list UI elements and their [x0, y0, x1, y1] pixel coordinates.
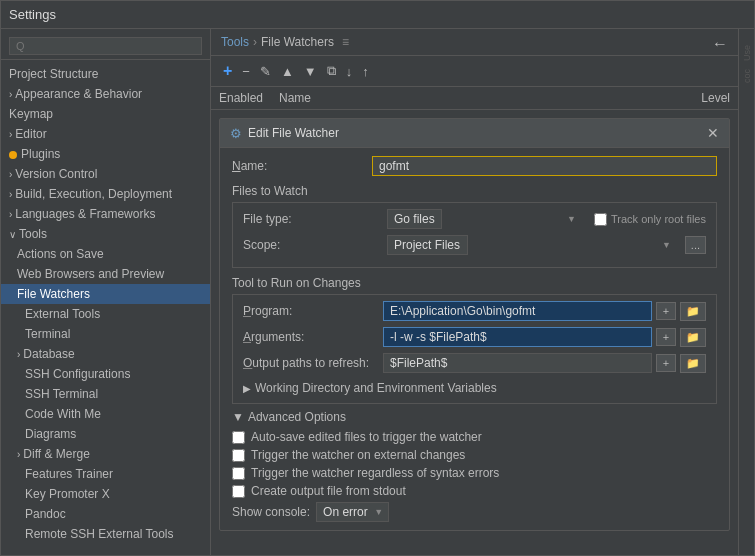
sidebar-item-editor[interactable]: ›Editor: [1, 124, 210, 144]
arguments-label: Arguments:: [243, 330, 383, 344]
syntax-errors-label: Trigger the watcher regardless of syntax…: [251, 466, 499, 480]
file-type-row: File type: Go files Track only root file…: [243, 209, 706, 229]
sidebar-item-ssh-terminal[interactable]: SSH Terminal: [1, 384, 210, 404]
working-dir-arrow: ▶: [243, 383, 251, 394]
sidebar-item-features-trainer[interactable]: Features Trainer: [1, 464, 210, 484]
import-button[interactable]: ↓: [342, 62, 357, 81]
checkbox-row-3: Trigger the watcher regardless of syntax…: [232, 466, 717, 480]
sidebar-item-database[interactable]: ›Database: [1, 344, 210, 364]
scope-select[interactable]: Project Files: [387, 235, 468, 255]
back-button[interactable]: ←: [712, 35, 728, 53]
sidebar-item-diagrams[interactable]: Diagrams: [1, 424, 210, 444]
arguments-input[interactable]: [383, 327, 652, 347]
sidebar-item-appearance[interactable]: ›Appearance & Behavior: [1, 84, 210, 104]
col-header-name: Name: [279, 91, 650, 105]
scope-dots-button[interactable]: ...: [685, 236, 706, 254]
sidebar-item-diff-merge[interactable]: ›Diff & Merge: [1, 444, 210, 464]
dialog-title-bar: ⚙ Edit File Watcher ✕: [220, 119, 729, 148]
track-only-container: Track only root files: [594, 213, 706, 226]
sidebar-item-languages[interactable]: ›Languages & Frameworks: [1, 204, 210, 224]
name-row: Name:: [232, 156, 717, 176]
edit-button[interactable]: ✎: [256, 62, 275, 81]
tool-section-title: Tool to Run on Changes: [232, 276, 717, 290]
program-add-button[interactable]: +: [656, 302, 676, 320]
create-output-label: Create output file from stdout: [251, 484, 406, 498]
console-select[interactable]: On error Always Never: [316, 502, 389, 522]
add-button[interactable]: +: [219, 60, 236, 82]
files-to-watch-section: File type: Go files Track only root file…: [232, 202, 717, 268]
breadcrumb-icon: ≡: [342, 35, 349, 49]
breadcrumb: Tools › File Watchers ≡ ←: [211, 29, 738, 56]
sidebar: Project Structure ›Appearance & Behavior…: [1, 29, 211, 555]
down-button[interactable]: ▼: [300, 62, 321, 81]
sidebar-item-actions-on-save[interactable]: Actions on Save: [1, 244, 210, 264]
export-button[interactable]: ↑: [358, 62, 373, 81]
console-select-wrapper: On error Always Never: [316, 502, 389, 522]
sidebar-item-ssh-configurations[interactable]: SSH Configurations: [1, 364, 210, 384]
arguments-folder-button[interactable]: 📁: [680, 328, 706, 347]
window-title: Settings: [9, 7, 56, 22]
scope-select-wrapper: Project Files: [387, 235, 677, 255]
breadcrumb-separator: ›: [253, 35, 257, 49]
checkbox-row-4: Create output file from stdout: [232, 484, 717, 498]
advanced-label: Advanced Options: [248, 410, 346, 424]
output-label: Output paths to refresh:: [243, 356, 383, 370]
col-header-enabled: Enabled: [219, 91, 279, 105]
sidebar-item-web-browsers[interactable]: Web Browsers and Preview: [1, 264, 210, 284]
program-input-group: + 📁: [383, 301, 706, 321]
sidebar-item-version-control[interactable]: ›Version Control: [1, 164, 210, 184]
file-type-select[interactable]: Go files: [387, 209, 442, 229]
edit-file-watcher-dialog: ⚙ Edit File Watcher ✕ Name: Files to Wat…: [219, 118, 730, 531]
scope-row: Scope: Project Files ...: [243, 235, 706, 255]
sidebar-item-code-with-me[interactable]: Code With Me: [1, 404, 210, 424]
syntax-errors-checkbox[interactable]: [232, 467, 245, 480]
sidebar-item-keymap[interactable]: Keymap: [1, 104, 210, 124]
sidebar-item-external-tools[interactable]: External Tools: [1, 304, 210, 324]
up-button[interactable]: ▲: [277, 62, 298, 81]
autosave-label: Auto-save edited files to trigger the wa…: [251, 430, 482, 444]
track-only-checkbox[interactable]: [594, 213, 607, 226]
copy-button[interactable]: ⧉: [323, 61, 340, 81]
sidebar-item-file-watchers[interactable]: File Watchers: [1, 284, 210, 304]
advanced-section: ▼ Advanced Options Auto-save edited file…: [232, 410, 717, 522]
program-folder-button[interactable]: 📁: [680, 302, 706, 321]
dialog-close-button[interactable]: ✕: [707, 125, 719, 141]
right-edge-text2: coc: [742, 69, 752, 83]
program-row: Program: + 📁: [243, 301, 706, 321]
checkbox-row-1: Auto-save edited files to trigger the wa…: [232, 430, 717, 444]
sidebar-item-build-execution[interactable]: ›Build, Execution, Deployment: [1, 184, 210, 204]
sidebar-item-plugins[interactable]: Plugins: [1, 144, 210, 164]
dialog-title-text: Edit File Watcher: [248, 126, 339, 140]
sidebar-item-tools[interactable]: ∨Tools: [1, 224, 210, 244]
sidebar-item-remote-ssh[interactable]: Remote SSH External Tools: [1, 524, 210, 544]
remove-button[interactable]: −: [238, 62, 254, 81]
sidebar-item-key-promoter[interactable]: Key Promoter X: [1, 484, 210, 504]
output-input[interactable]: [383, 353, 652, 373]
output-folder-button[interactable]: 📁: [680, 354, 706, 373]
file-type-select-wrapper: Go files: [387, 209, 582, 229]
program-input[interactable]: [383, 301, 652, 321]
title-bar: Settings: [1, 1, 754, 29]
dialog-overlay: ⚙ Edit File Watcher ✕ Name: Files to Wat…: [211, 110, 738, 555]
breadcrumb-part1: Tools: [221, 35, 249, 49]
output-row: Output paths to refresh: + 📁: [243, 353, 706, 373]
right-edge-bar: Use coc: [738, 29, 754, 555]
tool-section: Program: + 📁 Arguments:: [232, 294, 717, 404]
external-changes-label: Trigger the watcher on external changes: [251, 448, 465, 462]
table-header: Enabled Name Level: [211, 87, 738, 110]
name-label: Name:: [232, 159, 372, 173]
sidebar-item-project-structure[interactable]: Project Structure: [1, 64, 210, 84]
autosave-checkbox[interactable]: [232, 431, 245, 444]
output-add-button[interactable]: +: [656, 354, 676, 372]
show-console-label: Show console:: [232, 505, 310, 519]
working-dir-row[interactable]: ▶ Working Directory and Environment Vari…: [243, 379, 706, 397]
dialog-body: Name: Files to Watch File type:: [220, 148, 729, 530]
sidebar-item-terminal[interactable]: Terminal: [1, 324, 210, 344]
name-input[interactable]: [372, 156, 717, 176]
arguments-add-button[interactable]: +: [656, 328, 676, 346]
advanced-title[interactable]: ▼ Advanced Options: [232, 410, 717, 424]
search-input[interactable]: [9, 37, 202, 55]
create-output-checkbox[interactable]: [232, 485, 245, 498]
external-changes-checkbox[interactable]: [232, 449, 245, 462]
sidebar-item-pandoc[interactable]: Pandoc: [1, 504, 210, 524]
